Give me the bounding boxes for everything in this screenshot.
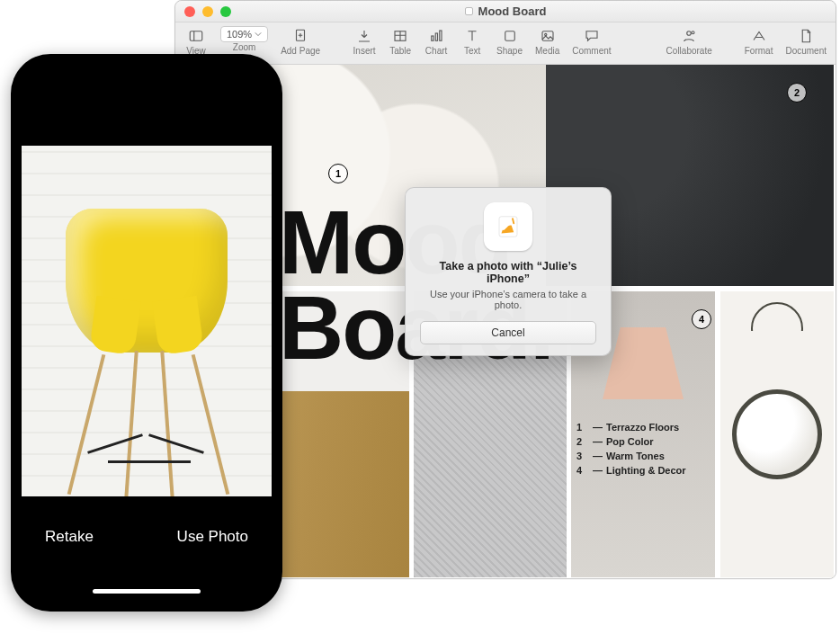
insert-icon [353, 26, 376, 46]
zoom-window-button[interactable] [220, 6, 231, 17]
add-page-button[interactable]: Add Page [281, 26, 320, 56]
collaborate-icon [677, 26, 701, 46]
zoom-control[interactable]: 109% Zoom [220, 26, 268, 56]
svg-point-15 [692, 31, 694, 34]
zoom-value[interactable]: 109% [220, 26, 268, 42]
use-photo-button[interactable]: Use Photo [177, 528, 248, 546]
chair-leg [67, 354, 106, 495]
camera-preview[interactable] [22, 146, 272, 496]
chevron-down-icon [255, 31, 262, 38]
dialog-title: Take a photo with “Julie’s iPhone” [420, 260, 596, 285]
mirror-strap-shape [751, 302, 803, 354]
table-button[interactable]: Table [389, 26, 412, 56]
lamp-shade-shape [603, 327, 684, 399]
document-icon [794, 26, 818, 46]
legend-row-3: 3—Warm Tones [576, 450, 686, 464]
marker-1[interactable]: 1 [328, 164, 348, 183]
svg-rect-11 [505, 31, 514, 41]
table-icon [389, 26, 412, 46]
svg-rect-12 [542, 31, 553, 41]
svg-rect-8 [432, 36, 433, 40]
media-button[interactable]: Media [535, 26, 559, 56]
marker-2[interactable]: 2 [787, 83, 807, 103]
svg-point-14 [687, 31, 692, 36]
iphone-screen: Retake Use Photo [22, 65, 272, 601]
comment-button[interactable]: Comment [572, 26, 611, 56]
text-icon [460, 26, 484, 46]
chair-shape [66, 209, 228, 353]
svg-rect-0 [190, 31, 202, 41]
comment-icon [580, 26, 603, 46]
text-button[interactable]: Text [460, 26, 484, 56]
image-mirror[interactable] [720, 291, 834, 577]
format-icon [747, 26, 771, 46]
mirror-circle-shape [732, 389, 822, 479]
format-button[interactable]: Format [745, 26, 773, 56]
cancel-button[interactable]: Cancel [420, 321, 596, 344]
chart-icon [424, 26, 448, 46]
legend-row-2: 2—Pop Color [576, 435, 686, 450]
camera-footer: Retake Use Photo [22, 493, 272, 601]
svg-rect-9 [435, 33, 437, 40]
window-title-text: Mood Board [478, 4, 547, 18]
window-controls [184, 6, 247, 17]
insert-button[interactable]: Insert [353, 26, 376, 56]
dialog-subtitle: Use your iPhone’s camera to take a photo… [420, 289, 596, 310]
home-indicator[interactable] [93, 589, 201, 594]
iphone-notch [84, 65, 210, 88]
shape-icon [498, 26, 522, 46]
legend-row-1: 1—Terrazzo Floors [576, 421, 686, 435]
chair-strut [108, 460, 191, 463]
document-button[interactable]: Document [785, 26, 827, 56]
toolbar: View 109% Zoom Add Page Insert [175, 22, 836, 65]
iphone-device: Retake Use Photo [11, 54, 282, 612]
document-proxy-icon[interactable] [465, 7, 473, 15]
chair-leg [192, 354, 230, 495]
legend-row-4: 4—Lighting & Decor [576, 464, 686, 478]
chair-strut [87, 433, 143, 454]
chair-leg [124, 351, 139, 496]
shape-button[interactable]: Shape [496, 26, 523, 56]
pages-app-icon [484, 202, 532, 251]
legend-list: 1—Terrazzo Floors 2—Pop Color 3—Warm Ton… [576, 421, 686, 478]
retake-button[interactable]: Retake [45, 528, 94, 546]
minimize-window-button[interactable] [202, 6, 213, 17]
chart-button[interactable]: Chart [424, 26, 448, 56]
media-icon [536, 26, 559, 46]
chair-leg [160, 351, 174, 496]
marker-4[interactable]: 4 [692, 309, 711, 329]
continuity-camera-dialog: Take a photo with “Julie’s iPhone” Use y… [405, 187, 612, 356]
titlebar: Mood Board [175, 1, 836, 22]
add-page-icon [289, 26, 312, 46]
svg-rect-10 [440, 31, 442, 40]
close-window-button[interactable] [184, 6, 195, 17]
view-icon [184, 26, 208, 46]
view-button[interactable]: View [184, 26, 208, 56]
collaborate-button[interactable]: Collaborate [666, 26, 712, 56]
chair-strut [148, 433, 204, 454]
window-title: Mood Board [247, 4, 764, 18]
